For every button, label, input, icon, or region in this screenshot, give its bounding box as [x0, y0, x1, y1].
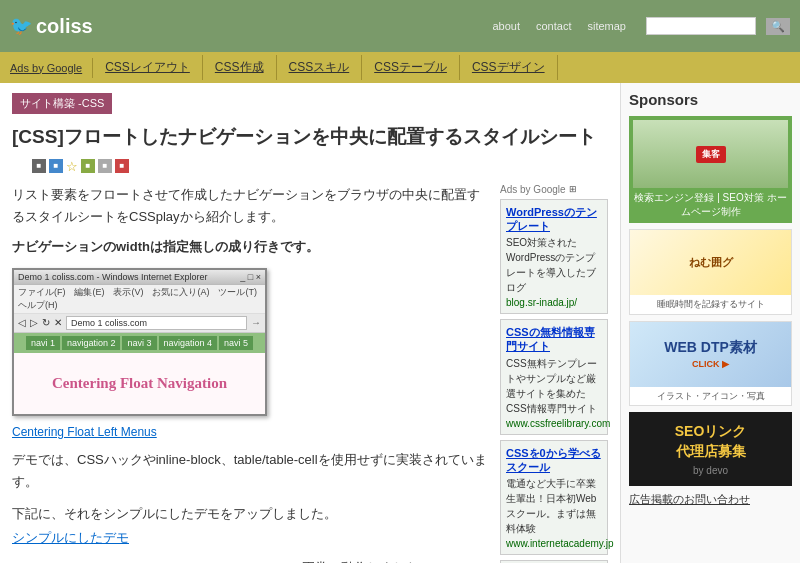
article-body1: デモでは、CSSハックやinline-block、table/table-cel… [12, 449, 490, 493]
intro2-text: ナビゲーションのwidthは指定無しの成り行きです。 [12, 236, 490, 258]
logo[interactable]: 🐦 coliss [10, 15, 93, 38]
ads-by-google-nav: Ads by Google [0, 58, 93, 78]
logo-bird-icon: 🐦 [10, 15, 32, 37]
demo-content-text: Centering Float Navigation [52, 375, 227, 391]
article-body2: 下記に、それをシンプルにしたデモをアップしました。 シンプルにしたデモ [12, 503, 490, 547]
body2-text: 下記に、それをシンプルにしたデモをアップしました。 [12, 503, 490, 525]
demo-menu-bar: ファイル(F) 編集(E) 表示(V) お気に入り(A) ツール(T) ヘルプ(… [14, 285, 265, 314]
ad2-url: www.cssfreelibrary.com [506, 418, 602, 429]
demo-window-controls: _ □ × [240, 272, 261, 282]
ad2-body: CSS無料テンプレートやサンプルなど厳選サイトを集めたCSS情報専門サイト [506, 356, 602, 416]
demo-nav-2[interactable]: navigation 2 [62, 336, 121, 350]
body3-text: IE6/7/8beta2、Fx3、Op9.5、Safari3、Chrome1で正… [12, 557, 490, 563]
toolbar-icon-1[interactable]: ■ [32, 159, 46, 173]
sponsor2-image: ねむ囲グ [630, 230, 791, 295]
ads-by-google-bar: Ads by Google ⊞ [500, 184, 608, 195]
breadcrumb: サイト構築 -CSS [12, 93, 112, 114]
header: 🐦 coliss about contact sitemap 🔍 [0, 0, 800, 52]
search-input[interactable] [646, 17, 756, 35]
ad-block-2: CSSの無料情報専門サイト CSS無料テンプレートやサンプルなど厳選サイトを集め… [500, 319, 608, 435]
article-title: [CSS]フロートしたナビゲーションを中央に配置するスタイルシート [12, 124, 608, 151]
nav-css-create[interactable]: CSS作成 [203, 55, 277, 80]
toolbar: ■ ■ ☆ ■ ■ ■ [12, 159, 608, 174]
go-icon[interactable]: → [251, 317, 261, 328]
nav-css-layout[interactable]: CSSレイアウト [93, 55, 203, 80]
forward-icon[interactable]: ▷ [30, 317, 38, 328]
demo-window-title: Demo 1 coliss.com - Windows Internet Exp… [18, 272, 208, 282]
demo-nav-3[interactable]: navi 3 [122, 336, 156, 350]
nav-css-table[interactable]: CSSテーブル [362, 55, 460, 80]
address-bar[interactable]: Demo 1 coliss.com [66, 316, 247, 330]
ads-label-text: Ads by Google [500, 184, 566, 195]
content-wrapper: リスト要素をフロートさせて作成したナビゲーションをブラウザの中央に配置するスタイ… [12, 184, 608, 563]
sponsor3-text: イラスト・アイコン・写真 [630, 387, 791, 406]
ad-block-3: CSSを0から学べるスクール 電通など大手に卒業生輩出！日本初Webスクール。ま… [500, 440, 608, 556]
simple-demo-link[interactable]: シンプルにしたデモ [12, 530, 129, 545]
seo-title-line2: 代理店募集 [635, 442, 786, 462]
ad1-body: SEO対策されたWordPressのテンプレートを導入したブログ [506, 235, 602, 295]
sponsor-card-1[interactable]: 集客 検索エンジン登録 | SEO対策 ホームページ制作 [629, 116, 792, 223]
article-body3: IE6/7/8beta2、Fx3、Op9.5、Safari3、Chrome1で正… [12, 557, 490, 563]
ad1-title[interactable]: WordPressのテンプレート [506, 205, 602, 234]
demo-link-wrapper: Centering Float Left Menus [12, 424, 490, 439]
header-nav: about contact sitemap 🔍 [492, 17, 790, 35]
breadcrumb-text: サイト構築 -CSS [20, 97, 104, 109]
main-wrapper: サイト構築 -CSS [CSS]フロートしたナビゲーションを中央に配置するスタイ… [0, 83, 800, 563]
ad-inquiry[interactable]: 広告掲載のお問い合わせ [629, 492, 792, 507]
article-main: リスト要素をフロートさせて作成したナビゲーションをブラウザの中央に配置するスタイ… [12, 184, 490, 563]
sponsor1-image: 集客 [633, 120, 788, 188]
nav-bar: Ads by Google CSSレイアウト CSS作成 CSSスキル CSSテ… [0, 52, 800, 83]
toolbar-icon-5[interactable]: ■ [115, 159, 129, 173]
address-text: Demo 1 coliss.com [71, 318, 147, 328]
sidebar-title: Sponsors [629, 91, 792, 108]
ads-settings-icon[interactable]: ⊞ [569, 184, 577, 194]
ad-block-1: WordPressのテンプレート SEO対策されたWordPressのテンプレー… [500, 199, 608, 315]
nav-css-design[interactable]: CSSデザイン [460, 55, 558, 80]
demo-nav-5[interactable]: navi 5 [219, 336, 253, 350]
demo-nav-4[interactable]: navigation 4 [159, 336, 218, 350]
ad-inquiry-text: 広告掲載のお問い合わせ [629, 493, 750, 505]
body1-text: デモでは、CSSハックやinline-block、table/table-cel… [12, 449, 490, 493]
seo-card[interactable]: SEOリンク 代理店募集 by devo [629, 412, 792, 486]
logo-text: coliss [36, 15, 93, 38]
sponsor1-label: 検索エンジン登録 | SEO対策 ホームページ制作 [634, 192, 786, 217]
sponsor3-image: WEB DTP素材 CLICK ▶ [630, 322, 791, 387]
content-area: サイト構築 -CSS [CSS]フロートしたナビゲーションを中央に配置するスタイ… [0, 83, 620, 563]
refresh-icon[interactable]: ↻ [42, 317, 50, 328]
demo-content: Centering Float Navigation [14, 353, 265, 414]
sponsor2-text: 睡眠時間を記録するサイト [630, 295, 791, 314]
demo-nav-bar: navi 1 navigation 2 navi 3 navigation 4 … [14, 333, 265, 353]
demo-nav-1[interactable]: navi 1 [26, 336, 60, 350]
article-intro2: ナビゲーションのwidthは指定無しの成り行きです。 [12, 236, 490, 258]
seo-title-line1: SEOリンク [635, 422, 786, 442]
ad3-body: 電通など大手に卒業生輩出！日本初Webスクール。まずは無料体験 [506, 476, 602, 536]
toolbar-icon-3[interactable]: ■ [81, 159, 95, 173]
demo-title-bar: Demo 1 coliss.com - Windows Internet Exp… [14, 270, 265, 285]
contact-link[interactable]: contact [536, 20, 571, 32]
about-link[interactable]: about [492, 20, 520, 32]
sponsor-card-3[interactable]: WEB DTP素材 CLICK ▶ イラスト・アイコン・写真 [629, 321, 792, 407]
demo-image: Demo 1 coliss.com - Windows Internet Exp… [12, 268, 267, 416]
sitemap-link[interactable]: sitemap [587, 20, 626, 32]
toolbar-icon-2[interactable]: ■ [49, 159, 63, 173]
toolbar-icon-star[interactable]: ☆ [66, 159, 78, 174]
ad3-url: www.internetacademy.jp [506, 538, 602, 549]
search-button[interactable]: 🔍 [766, 18, 790, 35]
nav-css-skill[interactable]: CSSスキル [277, 55, 363, 80]
ad2-title[interactable]: CSSの無料情報専門サイト [506, 325, 602, 354]
sponsor1-text: 検索エンジン登録 | SEO対策 ホームページ制作 [633, 191, 788, 219]
sponsor-card-2[interactable]: ねむ囲グ 睡眠時間を記録するサイト [629, 229, 792, 315]
sidebar: Sponsors 集客 検索エンジン登録 | SEO対策 ホームページ制作 ねむ… [620, 83, 800, 563]
demo-link[interactable]: Centering Float Left Menus [12, 425, 157, 439]
article-intro1: リスト要素をフロートさせて作成したナビゲーションをブラウザの中央に配置するスタイ… [12, 184, 490, 228]
ad1-url: blog.sr-inada.jp/ [506, 297, 602, 308]
intro1-text: リスト要素をフロートさせて作成したナビゲーションをブラウザの中央に配置するスタイ… [12, 184, 490, 228]
ad3-title[interactable]: CSSを0から学べるスクール [506, 446, 602, 475]
seo-brand: by devo [635, 465, 786, 476]
article-ads: Ads by Google ⊞ WordPressのテンプレート SEO対策され… [500, 184, 608, 563]
back-icon[interactable]: ◁ [18, 317, 26, 328]
stop-icon[interactable]: ✕ [54, 317, 62, 328]
toolbar-icon-4[interactable]: ■ [98, 159, 112, 173]
demo-toolbar-bar: ◁ ▷ ↻ ✕ Demo 1 coliss.com → [14, 314, 265, 333]
